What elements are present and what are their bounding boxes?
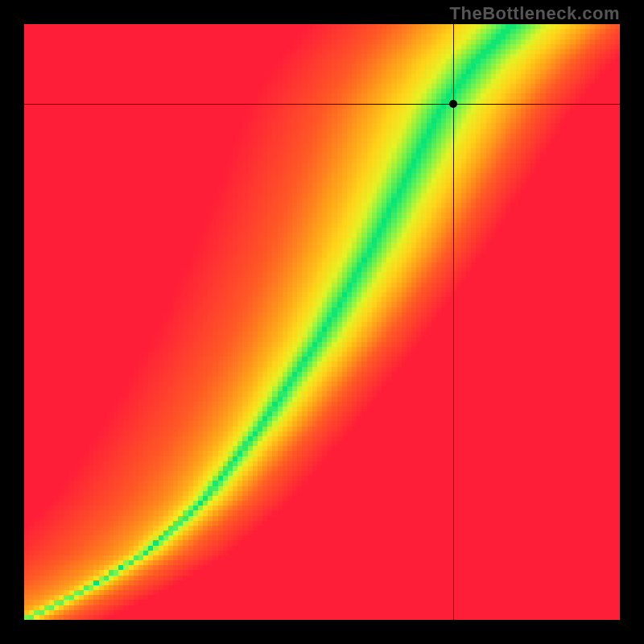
- watermark-text: TheBottleneck.com: [450, 3, 620, 24]
- crosshair-vertical: [453, 24, 454, 620]
- heatmap-canvas: [24, 24, 620, 620]
- heatmap-plot: [24, 24, 620, 620]
- crosshair-marker: [449, 100, 457, 108]
- crosshair-horizontal: [24, 104, 620, 105]
